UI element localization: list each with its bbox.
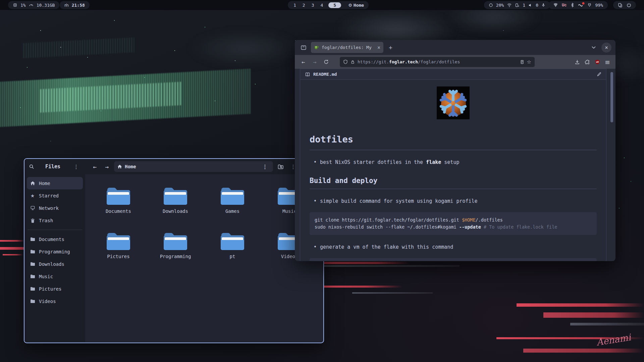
folder-item-programming[interactable]: Programming	[147, 231, 204, 276]
reader-view-icon[interactable]	[520, 60, 524, 64]
sidebar-item-starred[interactable]: ★ Starred	[27, 189, 83, 202]
volume-value: 0	[536, 3, 538, 8]
cpu-usage: 1%	[20, 3, 26, 8]
path-bar[interactable]: Home ⋮	[114, 161, 273, 172]
folder-item-pictures[interactable]: Pictures	[90, 231, 147, 276]
files-sidebar: Home ★ Starred Network Trash	[24, 174, 85, 342]
downloads-icon[interactable]	[575, 59, 580, 65]
readme-content: dotfiles • best NixOS starter dotfiles i…	[300, 80, 606, 261]
workspaces-pill: 1 2 3 4 5 ⚙ Home	[288, 1, 369, 9]
sidebar-item-documents[interactable]: Documents	[27, 233, 83, 245]
ublock-origin-icon[interactable]: uO	[595, 59, 600, 65]
sidebar-item-trash[interactable]: Trash	[27, 214, 83, 227]
glitch-line	[543, 312, 644, 318]
wifi-icon	[507, 3, 512, 7]
code-block-build[interactable]: git clone https://git.foglar.tech/foglar…	[310, 212, 597, 235]
keyboard-layout-icon	[515, 3, 520, 7]
workspace-2[interactable]: 2	[302, 3, 306, 8]
browser-tab[interactable]: foglar/dotfiles: My ×	[311, 42, 383, 53]
cloud-shape	[188, 30, 302, 67]
sidebar-item-label: Downloads	[39, 261, 64, 267]
sidebar-item-music[interactable]: Music	[27, 270, 83, 283]
tab-close-icon[interactable]: ×	[377, 45, 380, 51]
folder-label: pt	[230, 254, 235, 259]
artist-signature: Aenami	[596, 332, 632, 348]
sidebar-item-pictures[interactable]: Pictures	[27, 283, 83, 295]
glitch-line	[3, 254, 23, 255]
wave-tray-icon[interactable]	[578, 3, 584, 7]
reload-icon[interactable]	[321, 59, 331, 64]
workspace-3[interactable]: 3	[311, 3, 315, 8]
path-options-kebab-icon[interactable]: ⋮	[260, 164, 270, 170]
app-title: Files	[45, 164, 60, 170]
sidebar-item-videos[interactable]: Videos	[27, 295, 83, 307]
sidebar-item-home[interactable]: Home	[27, 177, 83, 189]
readme-section-title: Build and deploy	[310, 177, 597, 189]
star-icon: ★	[30, 193, 35, 198]
back-icon[interactable]: ←	[298, 59, 308, 65]
app-menu-kebab-icon[interactable]: ⋮	[71, 164, 81, 170]
list-tabs-chevron-icon[interactable]	[589, 46, 599, 49]
network-icon	[30, 205, 35, 210]
folder-item-games[interactable]: Games	[204, 185, 261, 231]
speaker-icon	[528, 3, 533, 7]
new-tab-icon[interactable]: +	[386, 44, 395, 51]
power-icon[interactable]	[627, 3, 631, 7]
bullet-text: best NixOS starter dotfiles in the flake…	[320, 159, 459, 165]
files-headerbar: Files ⋮ ← → Home ⋮ ⋮	[24, 159, 323, 174]
folder-search-icon[interactable]	[275, 164, 286, 170]
trash-icon	[30, 218, 35, 223]
hamburger-menu-icon[interactable]: ≡	[605, 58, 610, 66]
sidebar-item-label: Network	[39, 205, 59, 211]
sidebar-item-label: Music	[39, 274, 53, 279]
folder-item-pt[interactable]: pt	[204, 231, 261, 276]
sidebar-item-programming[interactable]: Programming	[27, 245, 83, 258]
workspace-4[interactable]: 4	[319, 3, 324, 8]
files-toolbar: ← → Home ⋮ ⋮	[85, 159, 323, 174]
scrollbar-thumb[interactable]	[610, 72, 613, 122]
folder-label: Documents	[106, 208, 131, 214]
folder-item-documents[interactable]: Documents	[90, 185, 147, 231]
forward-icon[interactable]: →	[310, 59, 320, 65]
workspace-5-active[interactable]: 5	[328, 2, 341, 8]
forward-icon[interactable]: →	[102, 163, 112, 170]
extensions-puzzle-icon[interactable]	[585, 59, 590, 65]
bluetooth-icon[interactable]	[571, 3, 574, 7]
browser-window: foglar/dotfiles: My × + × ← → https://gi…	[295, 40, 615, 261]
glitch-line	[517, 303, 644, 307]
mode-label: Home	[354, 3, 364, 8]
folder-item-downloads[interactable]: Downloads	[147, 185, 204, 231]
brightness-icon	[489, 3, 493, 7]
folder-icon	[106, 231, 131, 251]
folder-icon	[220, 185, 245, 206]
back-icon[interactable]: ←	[90, 163, 100, 170]
glitch-line	[352, 292, 433, 294]
network-tray-icon[interactable]	[553, 3, 558, 7]
sidebar-item-network[interactable]: Network	[27, 202, 83, 214]
bookmark-star-icon[interactable]: ☆	[527, 59, 531, 65]
edit-pencil-icon[interactable]	[597, 72, 601, 77]
uc-tray-icon[interactable]: Uᴄ	[562, 3, 567, 8]
url-prefix: https://git.	[358, 59, 389, 64]
folder-icon	[30, 262, 35, 266]
browser-tab-bar: foglar/dotfiles: My × + ×	[295, 40, 615, 55]
readme-card: README.md	[300, 69, 606, 261]
browser-nav-bar: ← → https://git.foglar.tech/foglar/dotfi…	[295, 55, 615, 69]
folder-label: Downloads	[163, 208, 188, 214]
sidebar-item-label: Programming	[39, 249, 70, 254]
code-block-vm[interactable]: nix run github:nix-community/nixos-gener…	[310, 258, 597, 261]
folder-label: Games	[225, 208, 239, 214]
firefox-view-icon[interactable]	[299, 43, 308, 52]
url-bar[interactable]: https://git.foglar.tech/foglar/dotfiles …	[340, 57, 535, 67]
sidebar-divider	[28, 230, 82, 230]
sidebar-item-downloads[interactable]: Downloads	[27, 258, 83, 270]
clipboard-icon[interactable]	[618, 3, 623, 7]
workspace-1[interactable]: 1	[292, 3, 297, 8]
folder-icon	[163, 231, 188, 251]
search-icon[interactable]	[29, 164, 34, 169]
power-plug-icon	[587, 3, 592, 7]
clock-icon: ṁ	[64, 3, 69, 8]
sidebar-item-label: Pictures	[39, 286, 61, 292]
window-close-icon[interactable]: ×	[601, 43, 611, 53]
files-content-area: Documents Downloads Games Music Pictures	[85, 174, 323, 342]
